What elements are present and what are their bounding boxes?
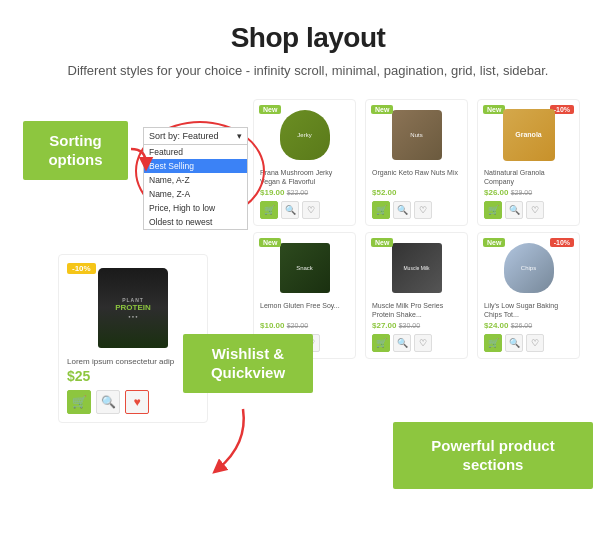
snack-product-img: Snack [280,243,330,293]
product-price: $10.00 $20.00 [260,321,349,330]
product-image: Snack [260,239,349,297]
page-title: Shop layout [0,0,616,54]
wishlist-button[interactable]: ♥ [125,390,149,414]
add-to-cart-button[interactable]: 🛒 [67,390,91,414]
quickview-button[interactable]: 🔍 [393,334,411,352]
chips-product-img: Chips [504,243,554,293]
wishlist-button[interactable]: ♡ [414,201,432,219]
featured-product-actions: 🛒 🔍 ♥ [67,390,199,414]
product-card: New -10% Granola Natinatural Granola Com… [477,99,580,226]
price-current: $27.00 [372,321,396,330]
wishlist-button[interactable]: ♡ [526,201,544,219]
sorting-arrow [126,144,156,174]
price-current: $10.00 [260,321,284,330]
price-old: $30.00 [399,322,420,329]
dropdown-header-text: Sort by: Featured [149,131,219,141]
dropdown-item[interactable]: Featured [144,145,247,159]
wishlist-button[interactable]: ♡ [414,334,432,352]
dropdown-item-selected[interactable]: Best Selling [144,159,247,173]
price-current: $26.00 [484,188,508,197]
product-actions: 🛒 🔍 ♡ [484,334,573,352]
product-card: New Muscle Milk Muscle Milk Pro Series P… [365,232,468,359]
wishlist-button[interactable]: ♡ [302,201,320,219]
dropdown-item[interactable]: Oldest to newest [144,215,247,229]
dropdown-item[interactable]: Name, Z-A [144,187,247,201]
add-to-cart-button[interactable]: 🛒 [372,334,390,352]
product-price: $19.00 $22.00 [260,188,349,197]
quickview-button[interactable]: 🔍 [505,334,523,352]
price-current: $24.00 [484,321,508,330]
product-image: Nuts [372,106,461,164]
wishlist-quickview-label: Wishlist & Quickview [183,334,313,393]
product-price: $27.00 $30.00 [372,321,461,330]
mushroom-product-img: Jerky [280,110,330,160]
product-name: Lily's Low Sugar Baking Chips Tot... [484,301,573,319]
badge-new: New [259,105,281,114]
product-actions: 🛒 🔍 ♡ [372,334,461,352]
dropdown-list: Featured Best Selling Name, A-Z Name, Z-… [143,145,248,230]
product-actions: 🛒 🔍 ♡ [484,201,573,219]
price-old: $29.00 [511,189,532,196]
product-image: Muscle Milk [372,239,461,297]
product-price: $24.00 $26.00 [484,321,573,330]
granola-product-img: Granola [503,109,555,161]
add-to-cart-button[interactable]: 🛒 [484,334,502,352]
add-to-cart-button[interactable]: 🛒 [260,201,278,219]
badge-discount: -10% [67,263,96,274]
plant-protein-img: PLANT PROTEIN ● ● ● [98,268,168,348]
product-grid: New Jerky Prana Mushroom Jerky Vegan & F… [253,99,583,359]
badge-new: New [371,238,393,247]
product-actions: 🛒 🔍 ♡ [372,201,461,219]
quickview-button[interactable]: 🔍 [393,201,411,219]
chevron-down-icon: ▾ [237,131,242,141]
product-image: Chips [484,239,573,297]
product-card: New Nuts Organic Keto Raw Nuts Mix $52.0… [365,99,468,226]
product-name: Organic Keto Raw Nuts Mix [372,168,461,186]
badge-sale: -10% [550,238,574,247]
price-old: $22.00 [287,189,308,196]
dropdown-item[interactable]: Price, High to low [144,201,247,215]
page-subtitle: Different styles for your choice - infin… [0,61,616,81]
quickview-button[interactable]: 🔍 [505,201,523,219]
main-area: Sorting options Sort by: Featured ▾ Feat… [23,99,593,499]
product-actions: 🛒 🔍 ♡ [260,201,349,219]
product-name: Lemon Gluten Free Soy... [260,301,349,319]
featured-product-image: PLANT PROTEIN ● ● ● [67,263,199,353]
price-current: $19.00 [260,188,284,197]
quickview-button[interactable]: 🔍 [281,201,299,219]
badge-new: New [259,238,281,247]
wishlist-arrow [203,404,263,484]
product-price: $52.00 [372,188,461,197]
price-old: $20.00 [287,322,308,329]
product-name: Prana Mushroom Jerky Vegan & Flavorful [260,168,349,186]
badge-new: New [371,105,393,114]
sorting-options-label: Sorting options [23,121,128,180]
keto-product-img: Nuts [392,110,442,160]
add-to-cart-button[interactable]: 🛒 [484,201,502,219]
dropdown-header[interactable]: Sort by: Featured ▾ [143,127,248,145]
product-name: Muscle Milk Pro Series Protein Shake... [372,301,461,319]
wishlist-button[interactable]: ♡ [526,334,544,352]
price-current: $52.00 [372,188,396,197]
add-to-cart-button[interactable]: 🛒 [372,201,390,219]
badge-new: New [483,238,505,247]
featured-product-price: $25 [67,368,199,384]
product-name: Natinatural Granola Company [484,168,573,186]
powerful-sections-label: Powerful product sections [393,422,593,489]
featured-product-description: Lorem ipsum consectetur adip [67,357,199,366]
product-image: Granola [484,106,573,164]
price-old: $26.00 [511,322,532,329]
sort-dropdown[interactable]: Sort by: Featured ▾ Featured Best Sellin… [143,127,248,230]
dropdown-item[interactable]: Name, A-Z [144,173,247,187]
product-card: New -10% Chips Lily's Low Sugar Baking C… [477,232,580,359]
product-card: New Jerky Prana Mushroom Jerky Vegan & F… [253,99,356,226]
quickview-button[interactable]: 🔍 [96,390,120,414]
product-price: $26.00 $29.00 [484,188,573,197]
product-image: Jerky [260,106,349,164]
protein-product-img: Muscle Milk [392,243,442,293]
